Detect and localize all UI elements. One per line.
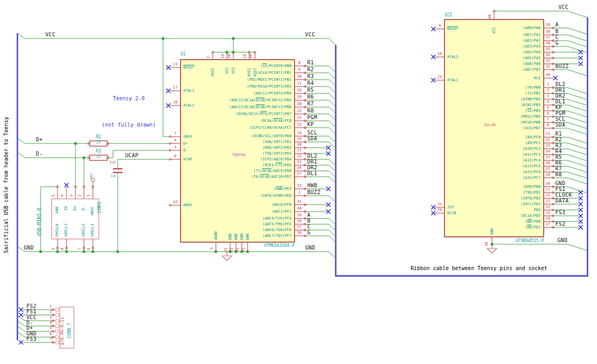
net-label[interactable]: VCC: [305, 32, 315, 37]
net-label[interactable]: R5: [555, 154, 562, 160]
net-label[interactable]: DL1: [307, 170, 317, 176]
net-label[interactable]: FS2: [555, 221, 565, 227]
u1-pin-number: 31: [295, 116, 304, 120]
net-label[interactable]: PGM: [307, 114, 317, 120]
conn7-value[interactable]: B7K-PH-K-S1: [60, 311, 65, 345]
note-sacrificial-usb-cable[interactable]: Sacrificial USB cable from header to Tee…: [3, 112, 10, 253]
ic2-pin-name: (INT1)PD3: [447, 202, 541, 206]
r3-value[interactable]: 22: [90, 155, 107, 159]
net-label[interactable]: KP: [307, 121, 314, 127]
net-label[interactable]: R6: [555, 160, 562, 166]
net-label[interactable]: D+: [26, 325, 33, 331]
net-label[interactable]: R7: [555, 166, 562, 171]
net-label[interactable]: DL2: [555, 81, 565, 87]
net-label[interactable]: GND: [305, 245, 315, 251]
net-label[interactable]: A: [555, 22, 558, 27]
net-label[interactable]: R6: [307, 94, 314, 100]
net-label[interactable]: SDA: [307, 136, 317, 141]
u1-pin-name: GND: [228, 228, 233, 240]
net-label[interactable]: UCAP: [125, 152, 138, 158]
note-teensy[interactable]: Teensy 2.0 (not fully drawn): [99, 75, 158, 148]
net-label[interactable]: BUZZ: [555, 63, 568, 69]
net-label[interactable]: C: [307, 224, 310, 229]
c4-value[interactable]: 1uF: [103, 160, 116, 165]
u1-pin-number: 26: [295, 166, 304, 170]
net-label[interactable]: DATA: [555, 198, 568, 204]
net-label[interactable]: DL1: [555, 99, 565, 104]
u1-pin-name: GND: [245, 228, 250, 240]
u1-pin-number: 16: [170, 100, 181, 104]
u1-reference[interactable]: U1: [181, 52, 186, 56]
net-label[interactable]: R1: [555, 131, 562, 137]
net-label[interactable]: CLOCK: [555, 192, 572, 198]
con1-reference[interactable]: CON1: [97, 197, 103, 213]
net-label[interactable]: FS3: [555, 209, 565, 215]
u1-pin-number: 20: [295, 142, 304, 147]
con1-pin-name: SHELL1: [90, 217, 96, 237]
net-label[interactable]: VCC: [558, 4, 568, 10]
net-label[interactable]: DR1: [307, 159, 317, 165]
ic2-pin-name: PD4: [447, 208, 541, 212]
net-label[interactable]: R1: [307, 60, 314, 65]
u1-pin-number: 4: [170, 138, 181, 142]
net-label[interactable]: R2: [555, 137, 562, 142]
r2-value[interactable]: 22: [90, 140, 107, 145]
ic2-pin-name: (SCK)PB7: [447, 126, 541, 130]
net-label[interactable]: R2: [307, 66, 314, 72]
ic2-pin-number: 18: [435, 52, 444, 56]
net-label[interactable]: R4: [555, 148, 562, 154]
net-label[interactable]: KP: [555, 104, 562, 110]
net-label[interactable]: R8: [555, 171, 562, 177]
net-label[interactable]: SCL: [555, 116, 565, 122]
net-label[interactable]: DL2: [307, 153, 317, 159]
ic2-pin-number: 5: [544, 106, 552, 110]
net-label[interactable]: R3: [555, 142, 562, 148]
u1-pin-name: (SS/PCINT0)PB0: [183, 64, 291, 68]
net-label[interactable]: VCC: [45, 32, 55, 37]
net-label[interactable]: GND: [555, 180, 565, 186]
conn7-pin-number: 4: [46, 321, 52, 325]
net-label[interactable]: R8: [307, 108, 314, 113]
note-ribbon-cable[interactable]: Ribbon cable between Teensy pins and soc…: [411, 265, 547, 272]
net-label[interactable]: A: [307, 212, 310, 218]
net-label[interactable]: DR2: [307, 165, 317, 170]
net-label[interactable]: DR1: [555, 87, 565, 93]
net-label[interactable]: PGM: [555, 110, 565, 116]
ic2-pin-name: (AIN1)PB3: [447, 103, 541, 107]
net-label[interactable]: SDA: [555, 122, 565, 128]
u1-pin-number: 6: [170, 154, 181, 158]
r2-reference[interactable]: R2: [90, 135, 107, 139]
net-label[interactable]: G: [555, 40, 558, 46]
r3-reference[interactable]: R3: [90, 149, 107, 154]
net-label[interactable]: G: [307, 229, 310, 235]
ic2-pin-name: (AD5)PA5: [447, 56, 541, 60]
net-label[interactable]: R3: [307, 73, 314, 79]
c4-reference[interactable]: C4: [111, 174, 115, 179]
net-label[interactable]: GND: [557, 237, 567, 243]
net-label[interactable]: DR2: [555, 93, 565, 99]
u1-pin-name: (XCK1/CTS)PD5: [183, 163, 291, 167]
schematic-canvas[interactable]: Sacrificial USB cable from header to Tee…: [0, 0, 597, 364]
ic2-pin-name: (T0)PB0: [447, 85, 541, 90]
ic2-reference[interactable]: IC2: [444, 13, 452, 17]
net-label[interactable]: GND: [24, 245, 34, 251]
conn7-reference[interactable]: CONN_7: [67, 316, 72, 338]
net-label[interactable]: FS1: [555, 186, 565, 192]
con1-value[interactable]: USB-MINI-B: [37, 201, 43, 236]
ic2-pin-number: 13: [544, 199, 552, 203]
net-label[interactable]: R7: [307, 101, 314, 107]
net-label[interactable]: C: [555, 34, 558, 40]
net-label[interactable]: B: [307, 218, 310, 224]
net-label[interactable]: R5: [307, 87, 314, 93]
net-label[interactable]: D-: [36, 151, 43, 157]
u1-pin-number: 32: [295, 122, 304, 127]
net-label[interactable]: HWB: [307, 183, 317, 188]
net-label[interactable]: B: [555, 28, 558, 34]
net-label[interactable]: FS1: [26, 309, 36, 314]
net-label[interactable]: D+: [36, 137, 43, 142]
net-label[interactable]: SCL: [307, 130, 317, 136]
net-label[interactable]: R4: [307, 80, 314, 86]
net-label[interactable]: FS3: [26, 336, 36, 342]
u1-pin-number: 22: [295, 160, 304, 164]
net-label[interactable]: BUZZ: [307, 189, 320, 195]
